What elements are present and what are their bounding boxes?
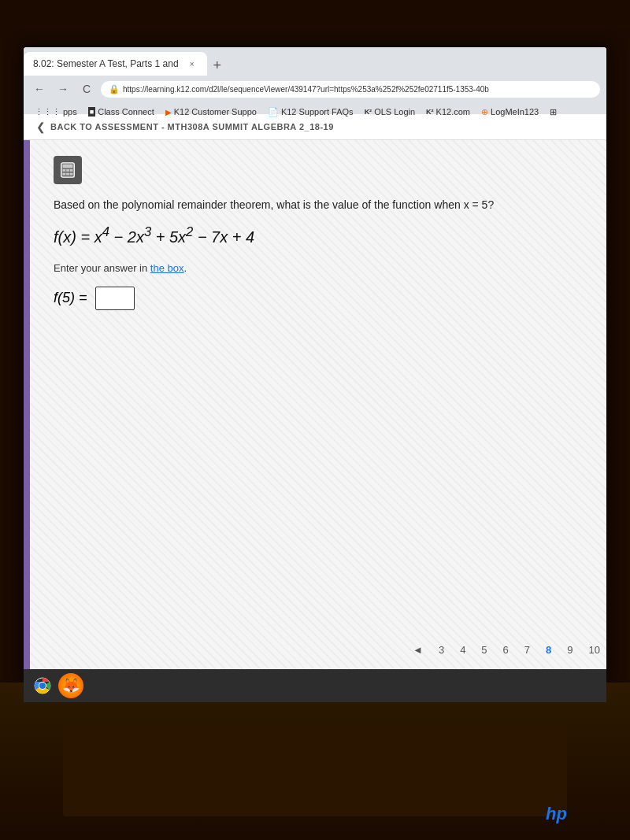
instruction-text: Enter your answer in the box. [54,262,583,274]
math-formula: f(x) = x4 − 2x3 + 5x2 − 7x + 4 [54,224,583,246]
k12-faqs-icon: 📄 [268,107,279,117]
pagination: ◄ 3 4 5 6 7 8 9 10 [406,641,606,659]
laptop-bottom: 🦊 hp [0,683,630,840]
bookmark-logmein[interactable]: ⊕ LogMeIn123 [476,105,543,119]
pagination-page-8[interactable]: 8 [539,641,558,659]
pagination-page-6[interactable]: 6 [497,641,515,659]
address-bar-row: ← → C 🔒 https://learning.k12.com/d2l/le/… [24,76,606,102]
new-tab-button[interactable]: + [207,57,228,74]
apps-icon: ⋮⋮⋮ [35,107,61,117]
answer-row: f(5) = [54,287,583,310]
grid-icon: ⊞ [550,107,557,117]
pagination-page-5[interactable]: 5 [475,641,493,659]
tab-bar: 8.02: Semester A Test, Parts 1 and × + [24,47,606,76]
pagination-page-7[interactable]: 7 [518,641,536,659]
k12-support-label: K12 Customer Suppo [174,107,257,117]
ols-label: OLS Login [374,107,415,117]
calculator-icon-box[interactable] [54,156,82,184]
bookmark-grid[interactable]: ⊞ [545,105,561,119]
pagination-page-4[interactable]: 4 [454,641,472,659]
calculator-icon [59,161,76,179]
svg-rect-2 [63,165,73,168]
ols-icon: K² [365,108,372,116]
chrome-taskbar-icon[interactable] [30,673,55,698]
pagination-page-9[interactable]: 9 [561,641,579,659]
back-nav-arrow: ❮ [36,120,46,133]
forward-button[interactable]: → [54,80,72,98]
k12-faqs-label: K12 Support FAQs [281,107,354,117]
main-content: Based on the polynomial remainder theore… [24,140,606,680]
back-button[interactable]: ← [30,80,49,98]
laptop-keyboard-area [63,722,567,816]
bookmark-apps[interactable]: ⋮⋮⋮ pps [30,105,82,119]
tab-label: 8.02: Semester A Test, Parts 1 and [33,58,179,69]
firefox-taskbar-icon[interactable]: 🦊 [58,673,83,698]
question-area: Based on the polynomial remainder theore… [30,140,606,680]
firefox-icon: 🦊 [62,677,80,694]
svg-rect-3 [63,169,66,172]
pagination-page-3[interactable]: 3 [432,641,450,659]
browser-chrome: 8.02: Semester A Test, Parts 1 and × + ←… [24,47,606,114]
k12-support-icon: ▶ [165,108,172,117]
class-connect-icon: ■ [88,107,95,117]
bookmark-ols-login[interactable]: K² OLS Login [360,105,420,118]
question-text: Based on the polynomial remainder theore… [54,197,583,213]
bookmark-k12-support[interactable]: ▶ K12 Customer Suppo [161,105,261,118]
box-link: the box [150,262,184,274]
logmein-label: LogMeIn123 [491,107,539,117]
bookmark-k12-com[interactable]: K² K12.com [421,105,475,118]
apps-label: pps [63,107,77,117]
bookmark-class-connect[interactable]: ■ Class Connect [83,105,159,118]
svg-rect-5 [70,169,73,172]
svg-point-11 [39,683,46,689]
lock-icon: 🔒 [109,84,120,94]
sidebar-bar [24,140,30,680]
svg-rect-6 [63,173,66,176]
answer-input[interactable] [95,287,135,310]
svg-rect-7 [66,173,69,176]
back-nav-label: BACK TO ASSESSMENT - MTH308A SUMMIT ALGE… [50,122,334,131]
taskbar: 🦊 [24,669,606,702]
svg-rect-8 [70,173,73,176]
page-content: ❮ BACK TO ASSESSMENT - MTH308A SUMMIT AL… [24,114,606,683]
k12com-icon: K² [426,108,434,116]
refresh-button[interactable]: C [77,80,96,98]
class-connect-label: Class Connect [98,107,154,117]
active-tab[interactable]: 8.02: Semester A Test, Parts 1 and × [24,52,207,76]
svg-rect-4 [66,169,69,172]
address-field[interactable]: 🔒 https://learning.k12.com/d2l/le/sequen… [101,81,600,98]
tab-close-button[interactable]: × [187,58,198,69]
bookmark-k12-faqs[interactable]: 📄 K12 Support FAQs [263,105,358,119]
logmein-icon: ⊕ [481,107,488,117]
laptop-top-bezel [0,0,630,47]
answer-label: f(5) = [54,290,87,306]
pagination-prev[interactable]: ◄ [406,641,429,659]
hp-logo: hp [546,804,567,824]
k12com-label: K12.com [436,107,470,117]
pagination-page-10[interactable]: 10 [583,641,606,659]
laptop-screen: 8.02: Semester A Test, Parts 1 and × + ←… [24,47,606,683]
url-text: https://learning.k12.com/d2l/le/sequence… [123,85,489,94]
